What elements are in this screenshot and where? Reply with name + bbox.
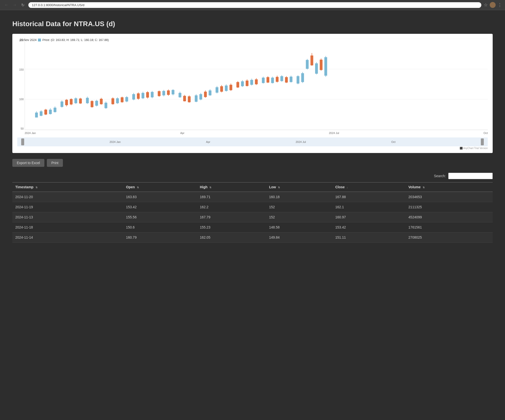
col-low[interactable]: Low ⇅: [266, 182, 332, 192]
x-label-oct: Oct: [484, 132, 488, 134]
svg-rect-87: [246, 81, 248, 86]
svg-rect-33: [105, 103, 107, 108]
url-text: 127.0.0.1:8000/historical/NTRA.US/d: [32, 3, 84, 7]
navigator-content: 2024 Jan Apr 2024 Jul Oct: [17, 137, 488, 146]
cell-timestamp-1: 2024-11-19: [12, 202, 123, 212]
svg-rect-13: [54, 108, 56, 112]
search-input[interactable]: [448, 173, 493, 179]
col-timestamp-sort[interactable]: ⇅: [36, 186, 37, 189]
chart-navigator[interactable]: 2024 Jan Apr 2024 Jul Oct: [17, 137, 488, 146]
x-axis: 2024 Jan Apr 2024 Jul Oct: [25, 131, 488, 137]
browser-icons: ☆ ⋮: [484, 2, 502, 8]
col-open-label: Open: [126, 185, 135, 189]
col-volume[interactable]: Volume ⇅: [405, 182, 493, 192]
svg-rect-93: [262, 78, 265, 83]
svg-rect-35: [111, 98, 114, 104]
page-content: Historical Data for NTRA.US (d) 20 Nov 2…: [0, 10, 505, 252]
svg-rect-5: [35, 113, 38, 117]
svg-rect-27: [91, 101, 93, 107]
nav-label-oct: Oct: [391, 140, 396, 143]
chart-container: 20 Nov 2024 Price: (O: 163.83; H: 169.71…: [12, 34, 493, 153]
print-button[interactable]: Print: [47, 159, 63, 167]
cell-open-4: 160.79: [123, 232, 197, 243]
col-high-sort[interactable]: ⇅: [209, 186, 211, 189]
navigator-left-handle[interactable]: [21, 138, 24, 145]
y-label-200: 200: [15, 39, 25, 42]
svg-rect-9: [44, 110, 47, 115]
search-label: Search:: [434, 174, 446, 178]
svg-rect-85: [241, 81, 244, 86]
svg-rect-97: [271, 78, 274, 83]
svg-rect-23: [79, 98, 82, 103]
svg-rect-73: [209, 90, 211, 95]
svg-rect-31: [100, 99, 103, 104]
cell-timestamp-4: 2024-11-14: [12, 232, 123, 243]
cell-volume-1: 2111325: [405, 202, 493, 212]
chart-svg-wrapper[interactable]: [25, 39, 488, 130]
export-button[interactable]: Export to Excel: [12, 159, 44, 167]
col-volume-sort[interactable]: ⇅: [423, 186, 425, 189]
svg-rect-25: [86, 98, 89, 103]
cell-timestamp-3: 2024-11-18: [12, 222, 123, 232]
col-close-sort[interactable]: ↓: [347, 186, 348, 189]
cell-high-1: 162.2: [197, 202, 266, 212]
cell-timestamp-2: 2024-11-13: [12, 212, 123, 222]
table-row: 2024-11-18 150.6 155.23 148.58 153.42 17…: [12, 222, 493, 232]
cell-open-3: 150.6: [123, 222, 197, 232]
cell-low-1: 152: [266, 202, 332, 212]
svg-rect-99: [276, 77, 278, 82]
svg-rect-39: [121, 97, 124, 102]
address-bar[interactable]: 127.0.0.1:8000/historical/NTRA.US/d: [28, 2, 481, 8]
svg-rect-61: [179, 93, 181, 97]
col-timestamp[interactable]: Timestamp ⇅: [12, 182, 123, 192]
cell-low-3: 148.58: [266, 222, 332, 232]
data-table: Timestamp ⇅ Open ⇅ High ⇅ Low ⇅ Close: [12, 182, 493, 243]
col-high[interactable]: High ⇅: [197, 182, 266, 192]
table-row: 2024-11-14 160.79 162.05 149.84 151.11 2…: [12, 232, 493, 243]
svg-rect-119: [324, 57, 327, 76]
col-open[interactable]: Open ⇅: [123, 182, 197, 192]
refresh-button[interactable]: ↻: [20, 2, 26, 8]
nav-label-jan: 2024 Jan: [109, 140, 121, 143]
back-button[interactable]: ←: [3, 2, 10, 8]
col-high-label: High: [200, 185, 207, 189]
table-row: 2024-11-13 155.56 167.79 152 160.97 4524…: [12, 212, 493, 222]
svg-rect-43: [132, 94, 135, 99]
nav-buttons: ← → ↻: [3, 2, 26, 8]
svg-rect-95: [267, 77, 269, 83]
cell-close-2: 160.97: [332, 212, 406, 222]
cell-low-0: 160.18: [266, 192, 332, 202]
col-low-sort[interactable]: ⇅: [278, 186, 280, 189]
cell-close-0: 167.88: [332, 192, 406, 202]
cell-high-2: 167.79: [197, 212, 266, 222]
cell-open-1: 153.42: [123, 202, 197, 212]
svg-rect-47: [142, 93, 144, 98]
cell-high-3: 155.23: [197, 222, 266, 232]
y-label-100: 100: [15, 98, 25, 101]
col-open-sort[interactable]: ⇅: [137, 186, 139, 189]
svg-rect-49: [146, 92, 149, 97]
svg-rect-63: [183, 96, 186, 101]
cell-close-4: 151.11: [332, 232, 406, 243]
svg-rect-109: [301, 73, 304, 82]
cell-high-0: 169.71: [197, 192, 266, 202]
cell-open-2: 155.56: [123, 212, 197, 222]
y-axis: 50 100 150 200: [15, 39, 25, 130]
menu-icon[interactable]: ⋮: [498, 2, 502, 8]
svg-rect-15: [61, 101, 63, 107]
svg-rect-55: [162, 91, 165, 95]
svg-rect-59: [172, 90, 174, 94]
svg-rect-115: [315, 63, 318, 74]
svg-rect-21: [74, 98, 77, 103]
navigator-right-handle[interactable]: [481, 138, 484, 145]
star-icon[interactable]: ☆: [484, 2, 488, 8]
forward-button[interactable]: →: [11, 2, 18, 8]
col-close[interactable]: Close ↓: [332, 182, 406, 192]
svg-rect-7: [40, 111, 42, 116]
svg-rect-101: [280, 76, 283, 81]
svg-rect-45: [137, 93, 140, 99]
cell-volume-2: 4524099: [405, 212, 493, 222]
table-row: 2024-11-20 163.83 169.71 160.18 167.88 2…: [12, 192, 493, 202]
col-volume-label: Volume: [408, 185, 421, 189]
cell-volume-0: 2034653: [405, 192, 493, 202]
